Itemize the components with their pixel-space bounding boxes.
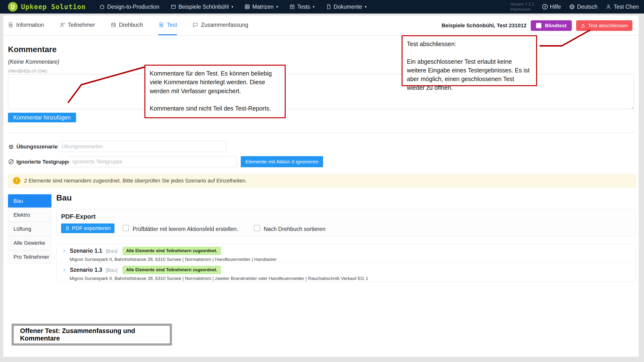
sort-by-drehbuch-label: Nach Drehbuch sortieren: [264, 226, 326, 232]
nav-label: Beispiele Schönbühl: [178, 3, 229, 10]
grid-icon: [244, 4, 250, 10]
ban-icon: [8, 159, 14, 165]
scenario-trade-tag: [Bau]: [106, 248, 117, 254]
tab-bar-right: Beispiele Schönbühl, Test 231012 Blindte…: [442, 15, 632, 36]
top-navbar: U Upkeep Solution Design-to-Production B…: [0, 0, 644, 13]
close-test-button[interactable]: Test abschliessen: [576, 20, 632, 31]
ignorierte-testgruppe-input[interactable]: [69, 156, 237, 167]
nav-dokumente[interactable]: Dokumente ▾: [326, 3, 366, 10]
nav-matrizen[interactable]: Matrizen ▾: [244, 3, 278, 10]
chevron-right-icon[interactable]: [62, 268, 66, 272]
uebungsszenarien-input[interactable]: [58, 141, 226, 152]
tab-bar: Information Teilnehmer Drehbuch Test Zus…: [4, 15, 639, 36]
user-menu[interactable]: Test Chen: [606, 3, 639, 10]
tab-label: Test: [167, 22, 177, 28]
sidebar-item-alle-gewerke[interactable]: Alle Gewerke: [8, 236, 52, 250]
language-menu[interactable]: Deutsch: [569, 3, 598, 10]
nav-label: Dokumente: [334, 3, 362, 10]
tab-label: Zusammenfassung: [201, 22, 248, 28]
nav-tests[interactable]: Tests ▾: [289, 3, 315, 10]
ignore-action-zero-button[interactable]: Elemente mit Aktion 0 ignorieren: [241, 156, 323, 167]
tab-information[interactable]: Information: [8, 15, 44, 35]
blindtest-button[interactable]: Blindtest: [531, 20, 572, 31]
calendar-check-icon: [289, 4, 295, 10]
pdf-file-icon: [65, 226, 70, 231]
scenario-name[interactable]: Szenario 1.3: [70, 267, 102, 273]
sidebar-item-elektro[interactable]: Elektro: [8, 208, 52, 222]
chevron-down-icon: ▾: [231, 4, 233, 9]
scenario-title-line: Szenario 1.3 [Bau] Alle Elemente sind Te…: [62, 266, 636, 274]
impressum-link[interactable]: Impressum: [510, 7, 534, 12]
blindtest-checkbox[interactable]: [536, 23, 542, 28]
ignorierte-testgruppe-label: Ignorierte Testgruppe:: [16, 159, 73, 165]
comment-author: chen@d2p.ch (Sie): [8, 68, 47, 74]
exercise-bug-icon: [8, 143, 14, 150]
sort-by-drehbuch-checkbox[interactable]: [254, 225, 260, 231]
scenario-title-line: Szenario 1.1 [Bau] Alle Elemente sind Te…: [62, 247, 636, 255]
chat-bubble-icon: [192, 22, 198, 28]
chevron-down-icon: ▾: [364, 4, 366, 9]
nav-label: Matrizen: [252, 3, 274, 10]
close-test-annotation-note: Test abschliessen: Ein abgeschlossener T…: [402, 35, 537, 86]
scenario-details: Migros Surseepark II, Bahnhofstrasse 28,…: [70, 276, 636, 281]
sidebar-item-bau[interactable]: Bau: [8, 194, 52, 208]
help-icon: ?: [542, 4, 548, 9]
comment-annotation-note: Kommentare für den Test. Es können belie…: [144, 65, 286, 118]
section-divider: [8, 132, 636, 133]
no-comments-text: (Keine Kommentare): [8, 59, 59, 65]
main-nav: Design-to-Production Beispiele Schönbühl…: [99, 3, 366, 10]
chevron-right-icon[interactable]: [62, 249, 66, 253]
lock-icon: [580, 23, 586, 28]
logo-letter: U: [11, 3, 15, 11]
tab-teilnehmer[interactable]: Teilnehmer: [60, 15, 95, 35]
add-comment-button[interactable]: Kommentar hinzufügen: [8, 113, 76, 122]
chevron-down-icon: ▾: [313, 4, 315, 9]
pdf-export-button[interactable]: PDF exportieren: [61, 224, 114, 233]
tab-drehbuch[interactable]: Drehbuch: [110, 15, 143, 35]
version-text: Version 7.2.2: [510, 2, 534, 7]
tab-label: Teilnehmer: [68, 22, 95, 28]
tab-zusammenfassung[interactable]: Zusammenfassung: [192, 15, 248, 35]
scenario-status-badge: Alle Elemente sind Teilnehmern zugeordne…: [123, 247, 221, 255]
tab-test[interactable]: Test: [158, 15, 177, 35]
nav-label: Design-to-Production: [107, 3, 159, 10]
version-block: Version 7.2.2 Impressum: [510, 2, 534, 12]
app-logo[interactable]: U: [8, 2, 18, 11]
empty-action-field-checkbox[interactable]: [123, 225, 129, 231]
scenario-row: Szenario 1.3 [Bau] Alle Elemente sind Te…: [56, 263, 636, 282]
document-search-icon: [158, 22, 164, 28]
navbar-right: Version 7.2.2 Impressum ? Hilfe Deutsch …: [510, 0, 639, 13]
tab-label: Information: [16, 22, 44, 28]
sidebar-item-pro-teilnehmer[interactable]: Pro Teilnehmer: [8, 250, 52, 264]
user-label: Test Chen: [614, 3, 639, 10]
comments-heading: Kommentare: [8, 45, 57, 54]
nav-label: Tests: [297, 3, 310, 10]
scenario-details: Migros Surseepark II, Bahnhofstrasse 28,…: [70, 257, 636, 262]
user-icon: [606, 4, 612, 10]
empty-action-field-label: Prüfblätter mit leerem Aktionsfeld erste…: [132, 226, 238, 232]
document-search-icon: [8, 22, 14, 28]
nav-beispiele-schoenbuehl[interactable]: Beispiele Schönbühl ▾: [170, 3, 233, 10]
project-icon: [170, 4, 176, 10]
participant-icon: [60, 22, 65, 28]
bottom-caption-label: Offener Test: Zusammenfassung und Kommen…: [12, 324, 172, 346]
chevron-down-icon: ▾: [276, 4, 278, 9]
warning-text: 2 Elemente sind niemandem zugeordnet. Bi…: [24, 178, 247, 184]
scenario-trade-tag: [Bau]: [106, 267, 117, 273]
context-title: Beispiele Schönbühl, Test 231012: [442, 22, 527, 29]
warning-banner: ! 2 Elemente sind niemandem zugeordnet. …: [8, 174, 636, 188]
tab-label: Drehbuch: [119, 22, 143, 28]
pdf-export-title: PDF-Export: [61, 213, 96, 220]
scenario-status-badge: Alle Elemente sind Teilnehmern zugeordne…: [123, 266, 221, 274]
trade-heading: Bau: [56, 193, 72, 202]
language-label: Deutsch: [577, 3, 598, 10]
scenario-name[interactable]: Szenario 1.1: [70, 248, 102, 254]
calendar-icon: [110, 22, 116, 28]
brand-name: Upkeep Solution: [21, 3, 86, 11]
sidebar-item-lueftung[interactable]: Lüftung: [8, 222, 52, 236]
nav-design-to-production[interactable]: Design-to-Production: [99, 3, 159, 10]
document-icon: [326, 4, 332, 10]
globe-icon: [569, 4, 575, 10]
help-menu[interactable]: ? Hilfe: [542, 3, 561, 10]
comment-input[interactable]: [8, 74, 634, 109]
